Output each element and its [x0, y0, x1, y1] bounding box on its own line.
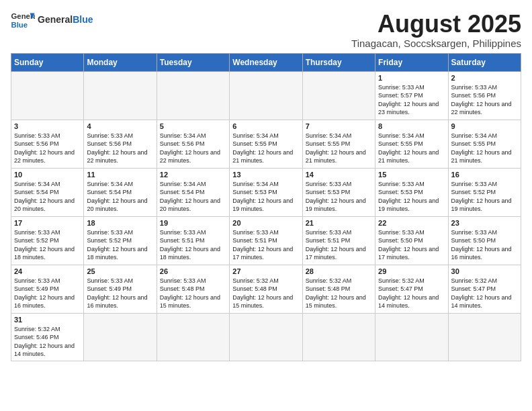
day-info: Sunrise: 5:32 AM Sunset: 5:46 PM Dayligh…: [14, 325, 81, 359]
calendar-cell: 26Sunrise: 5:33 AM Sunset: 5:48 PM Dayli…: [157, 265, 229, 313]
calendar-cell: 24Sunrise: 5:33 AM Sunset: 5:49 PM Dayli…: [11, 265, 84, 313]
calendar-cell: 18Sunrise: 5:33 AM Sunset: 5:52 PM Dayli…: [84, 216, 157, 265]
calendar-cell: 28Sunrise: 5:32 AM Sunset: 5:48 PM Dayli…: [302, 265, 375, 313]
day-number: 7: [306, 122, 372, 130]
calendar-cell: 8Sunrise: 5:34 AM Sunset: 5:55 PM Daylig…: [375, 120, 448, 168]
day-number: 9: [451, 122, 518, 130]
day-info: Sunrise: 5:32 AM Sunset: 5:48 PM Dayligh…: [232, 277, 299, 310]
calendar-cell: 13Sunrise: 5:34 AM Sunset: 5:53 PM Dayli…: [230, 168, 302, 216]
day-number: 26: [160, 267, 226, 275]
calendar-cell: [157, 313, 229, 361]
logo-icon: General Blue: [11, 11, 35, 30]
calendar-cell: 25Sunrise: 5:33 AM Sunset: 5:49 PM Dayli…: [84, 265, 157, 313]
day-info: Sunrise: 5:32 AM Sunset: 5:48 PM Dayligh…: [306, 277, 372, 310]
calendar-cell: 10Sunrise: 5:34 AM Sunset: 5:54 PM Dayli…: [11, 168, 84, 216]
calendar-cell: [375, 313, 448, 361]
day-number: 20: [232, 219, 299, 227]
day-number: 22: [378, 219, 445, 227]
day-info: Sunrise: 5:34 AM Sunset: 5:55 PM Dayligh…: [232, 132, 299, 165]
week-row-4: 17Sunrise: 5:33 AM Sunset: 5:52 PM Dayli…: [11, 216, 521, 265]
day-info: Sunrise: 5:34 AM Sunset: 5:54 PM Dayligh…: [160, 180, 226, 214]
day-number: 16: [451, 171, 518, 179]
day-info: Sunrise: 5:33 AM Sunset: 5:51 PM Dayligh…: [306, 228, 372, 262]
day-info: Sunrise: 5:33 AM Sunset: 5:49 PM Dayligh…: [14, 277, 81, 310]
day-info: Sunrise: 5:33 AM Sunset: 5:53 PM Dayligh…: [378, 180, 445, 214]
day-number: 11: [87, 171, 153, 179]
day-info: Sunrise: 5:32 AM Sunset: 5:47 PM Dayligh…: [451, 277, 518, 310]
week-row-1: 1Sunrise: 5:33 AM Sunset: 5:57 PM Daylig…: [11, 71, 521, 120]
day-number: 6: [232, 122, 299, 130]
calendar-cell: 27Sunrise: 5:32 AM Sunset: 5:48 PM Dayli…: [230, 265, 302, 313]
day-info: Sunrise: 5:34 AM Sunset: 5:53 PM Dayligh…: [232, 180, 299, 214]
day-number: 17: [14, 219, 81, 227]
calendar-cell: [84, 313, 157, 361]
day-number: 10: [14, 171, 81, 179]
day-info: Sunrise: 5:33 AM Sunset: 5:52 PM Dayligh…: [87, 228, 153, 262]
calendar-cell: 30Sunrise: 5:32 AM Sunset: 5:47 PM Dayli…: [448, 265, 521, 313]
day-info: Sunrise: 5:33 AM Sunset: 5:48 PM Dayligh…: [160, 277, 226, 310]
day-info: Sunrise: 5:34 AM Sunset: 5:55 PM Dayligh…: [451, 132, 518, 165]
day-number: 18: [87, 219, 153, 227]
calendar-cell: 15Sunrise: 5:33 AM Sunset: 5:53 PM Dayli…: [375, 168, 448, 216]
day-number: 21: [306, 219, 372, 227]
weekday-header-wednesday: Wednesday: [230, 53, 302, 71]
calendar-cell: 1Sunrise: 5:33 AM Sunset: 5:57 PM Daylig…: [375, 71, 448, 120]
calendar-cell: [157, 71, 229, 120]
calendar-cell: [84, 71, 157, 120]
day-number: 14: [306, 171, 372, 179]
day-info: Sunrise: 5:34 AM Sunset: 5:55 PM Dayligh…: [306, 132, 372, 165]
calendar-cell: [230, 313, 302, 361]
calendar-cell: 20Sunrise: 5:33 AM Sunset: 5:51 PM Dayli…: [230, 216, 302, 265]
weekday-header-friday: Friday: [375, 53, 448, 71]
day-info: Sunrise: 5:33 AM Sunset: 5:50 PM Dayligh…: [451, 228, 518, 262]
day-info: Sunrise: 5:33 AM Sunset: 5:56 PM Dayligh…: [14, 132, 81, 165]
day-info: Sunrise: 5:33 AM Sunset: 5:56 PM Dayligh…: [87, 132, 153, 165]
week-row-6: 31Sunrise: 5:32 AM Sunset: 5:46 PM Dayli…: [11, 313, 521, 361]
day-number: 30: [451, 267, 518, 275]
day-info: Sunrise: 5:33 AM Sunset: 5:52 PM Dayligh…: [14, 228, 81, 262]
calendar-cell: 4Sunrise: 5:33 AM Sunset: 5:56 PM Daylig…: [84, 120, 157, 168]
weekday-header-monday: Monday: [84, 53, 157, 71]
calendar-cell: 9Sunrise: 5:34 AM Sunset: 5:55 PM Daylig…: [448, 120, 521, 168]
week-row-5: 24Sunrise: 5:33 AM Sunset: 5:49 PM Dayli…: [11, 265, 521, 313]
calendar-cell: 23Sunrise: 5:33 AM Sunset: 5:50 PM Dayli…: [448, 216, 521, 265]
calendar-cell: 14Sunrise: 5:33 AM Sunset: 5:53 PM Dayli…: [302, 168, 375, 216]
day-number: 3: [14, 122, 81, 130]
weekday-header-row: SundayMondayTuesdayWednesdayThursdayFrid…: [11, 53, 521, 71]
calendar-cell: [302, 71, 375, 120]
subtitle: Tinagacan, Soccsksargen, Philippines: [351, 38, 521, 49]
day-number: 13: [232, 171, 299, 179]
day-number: 28: [306, 267, 372, 275]
day-info: Sunrise: 5:33 AM Sunset: 5:53 PM Dayligh…: [306, 180, 372, 214]
day-number: 24: [14, 267, 81, 275]
day-number: 5: [160, 122, 226, 130]
weekday-header-tuesday: Tuesday: [157, 53, 229, 71]
day-number: 19: [160, 219, 226, 227]
calendar-table: SundayMondayTuesdayWednesdayThursdayFrid…: [11, 53, 521, 361]
day-number: 27: [232, 267, 299, 275]
calendar-cell: 6Sunrise: 5:34 AM Sunset: 5:55 PM Daylig…: [230, 120, 302, 168]
day-info: Sunrise: 5:33 AM Sunset: 5:51 PM Dayligh…: [232, 228, 299, 262]
page-header: General Blue GeneralBlue August 2025 Tin…: [11, 11, 521, 49]
calendar-cell: 19Sunrise: 5:33 AM Sunset: 5:51 PM Dayli…: [157, 216, 229, 265]
weekday-header-saturday: Saturday: [448, 53, 521, 71]
day-info: Sunrise: 5:33 AM Sunset: 5:49 PM Dayligh…: [87, 277, 153, 310]
calendar-cell: [302, 313, 375, 361]
calendar-cell: 16Sunrise: 5:33 AM Sunset: 5:52 PM Dayli…: [448, 168, 521, 216]
calendar-cell: 3Sunrise: 5:33 AM Sunset: 5:56 PM Daylig…: [11, 120, 84, 168]
day-number: 4: [87, 122, 153, 130]
day-info: Sunrise: 5:33 AM Sunset: 5:51 PM Dayligh…: [160, 228, 226, 262]
weekday-header-thursday: Thursday: [302, 53, 375, 71]
calendar-cell: 5Sunrise: 5:34 AM Sunset: 5:56 PM Daylig…: [157, 120, 229, 168]
month-title: August 2025: [351, 11, 521, 38]
calendar-cell: 22Sunrise: 5:33 AM Sunset: 5:50 PM Dayli…: [375, 216, 448, 265]
weekday-header-sunday: Sunday: [11, 53, 84, 71]
day-info: Sunrise: 5:33 AM Sunset: 5:57 PM Dayligh…: [378, 83, 445, 117]
day-info: Sunrise: 5:33 AM Sunset: 5:50 PM Dayligh…: [378, 228, 445, 262]
calendar-cell: 2Sunrise: 5:33 AM Sunset: 5:56 PM Daylig…: [448, 71, 521, 120]
day-number: 8: [378, 122, 445, 130]
day-info: Sunrise: 5:34 AM Sunset: 5:55 PM Dayligh…: [378, 132, 445, 165]
day-number: 15: [378, 171, 445, 179]
day-info: Sunrise: 5:34 AM Sunset: 5:54 PM Dayligh…: [87, 180, 153, 214]
calendar-cell: 21Sunrise: 5:33 AM Sunset: 5:51 PM Dayli…: [302, 216, 375, 265]
